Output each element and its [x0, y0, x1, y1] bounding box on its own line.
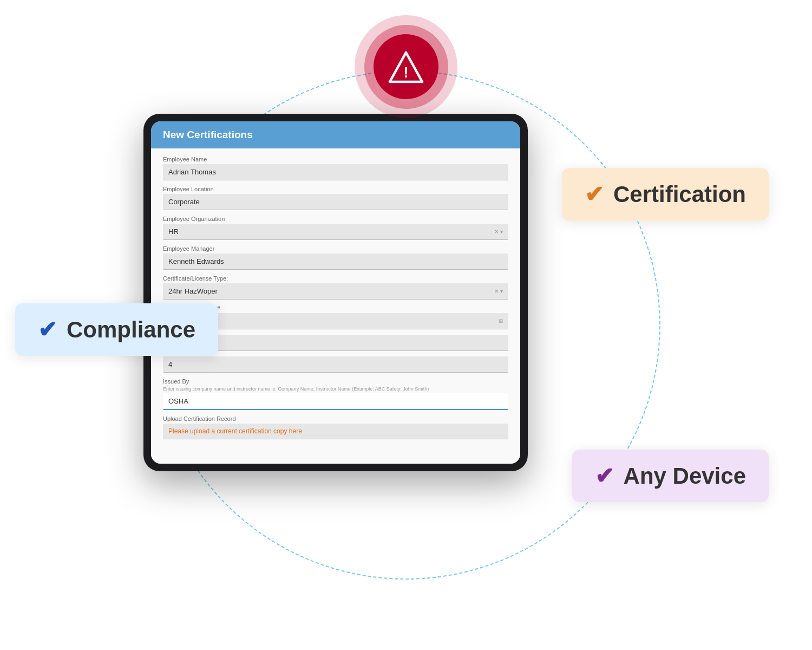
- tablet-frame: New Certifications Employee Name Adrian …: [143, 114, 528, 471]
- hint-issued-by: Enter issuing company name and instructo…: [163, 386, 508, 392]
- alert-circle-inner: !: [374, 34, 438, 99]
- label-employee-location: Employee Location: [163, 186, 508, 192]
- input-employee-org[interactable]: HR ✕ ▾: [163, 224, 508, 240]
- input-employee-name[interactable]: Adrian Thomas: [163, 164, 508, 180]
- field-employee-name: Employee Name Adrian Thomas: [163, 156, 508, 180]
- compliance-label: Compliance: [67, 317, 195, 343]
- certification-check-icon: ✔: [585, 181, 604, 207]
- input-employee-manager[interactable]: Kenneth Edwards: [163, 253, 508, 270]
- form-title: New Certifications: [163, 129, 253, 140]
- alert-circle-mid: !: [364, 25, 448, 109]
- certification-badge: ✔ Certification: [562, 168, 769, 220]
- label-employee-org: Employee Organization: [163, 216, 508, 222]
- alert-circle: !: [355, 15, 457, 118]
- any-device-check-icon: ✔: [595, 463, 614, 489]
- compliance-badge: ✔ Compliance: [15, 303, 218, 356]
- field-issued-by: Issued By Enter issuing company name and…: [163, 378, 508, 410]
- label-issued-by: Issued By: [163, 378, 508, 385]
- field-date-row2: 4: [163, 356, 508, 373]
- form-header: New Certifications: [151, 121, 520, 148]
- field-employee-org: Employee Organization HR ✕ ▾: [163, 216, 508, 240]
- label-cert-type: Certificate/License Type:: [163, 275, 508, 282]
- field-employee-manager: Employee Manager Kenneth Edwards: [163, 245, 508, 270]
- input-issued-by[interactable]: OSHA: [163, 393, 508, 410]
- label-employee-name: Employee Name: [163, 156, 508, 162]
- field-cert-type: Certificate/License Type: 24hr HazWoper …: [163, 275, 508, 300]
- label-employee-manager: Employee Manager: [163, 245, 508, 252]
- input-date2[interactable]: 4: [163, 356, 508, 373]
- warning-icon: !: [387, 49, 425, 84]
- certification-label: Certification: [613, 181, 746, 207]
- input-employee-location[interactable]: Corporate: [163, 194, 508, 210]
- input-upload[interactable]: Please upload a current certification co…: [163, 424, 508, 439]
- field-employee-location: Employee Location Corporate: [163, 186, 508, 210]
- input-cert-type[interactable]: 24hr HazWoper ✕ ▾: [163, 283, 508, 300]
- label-upload: Upload Certification Record: [163, 415, 508, 422]
- svg-text:!: !: [403, 64, 408, 81]
- compliance-check-icon: ✔: [38, 316, 57, 343]
- any-device-label: Any Device: [624, 463, 746, 489]
- any-device-badge: ✔ Any Device: [572, 450, 769, 502]
- field-upload: Upload Certification Record Please uploa…: [163, 415, 508, 439]
- tablet-screen: New Certifications Employee Name Adrian …: [151, 121, 520, 464]
